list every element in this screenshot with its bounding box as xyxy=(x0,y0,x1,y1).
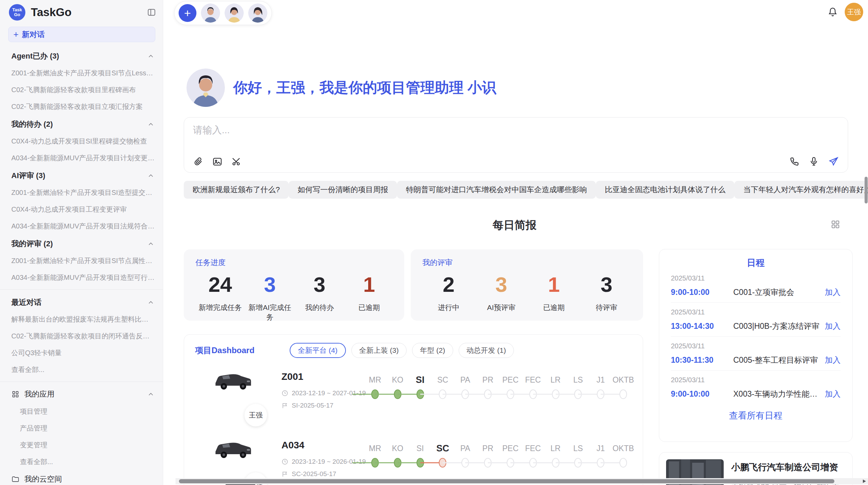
stat-value: 3 xyxy=(580,271,633,298)
user-avatar[interactable]: 王强 xyxy=(845,3,863,21)
milestone: SI xyxy=(409,373,432,400)
milestone-label: LS xyxy=(567,373,589,388)
chevron-up-icon[interactable] xyxy=(147,299,155,306)
sidebar-task-item[interactable]: C0X4-动力总成开发项目工程变更评审 xyxy=(0,201,163,218)
card-title: 任务进度 xyxy=(195,258,394,268)
join-meeting-link[interactable]: 加入 xyxy=(825,287,841,298)
milestone: LS xyxy=(567,442,589,469)
stat: 3 我的待办 xyxy=(295,271,345,322)
sidebar-task-item[interactable]: C02-飞腾新能源轻客改款项目里程碑画布 xyxy=(0,82,163,98)
filter-chip[interactable]: 年型 (2) xyxy=(412,343,453,358)
my-apps[interactable]: 我的应用 xyxy=(0,385,163,403)
insert-image-icon[interactable] xyxy=(212,157,222,167)
recent-chat-item[interactable]: C02-飞腾新能源轻客改款项目的闭环通告反馈情况 xyxy=(0,328,163,345)
section-recent-chats[interactable]: 最近对话 xyxy=(0,293,163,311)
view-all-schedule-link[interactable]: 查看所有日程 xyxy=(671,404,841,427)
milestone-label: PEC xyxy=(499,442,522,457)
sidebar-task-item[interactable]: A034-全新新能源MUV产品开发项目计划变更表编写 xyxy=(0,150,163,166)
project-dates-text: 2023-12-19 ~ 2026-01-19 xyxy=(292,458,366,465)
suggestion-chip[interactable]: 特朗普可能对进口汽车增税会对中国车企造成哪些影响 xyxy=(397,181,596,199)
section-my-todo[interactable]: 我的待办 (2) xyxy=(0,115,163,133)
section-my-todo-list: C0X4-动力总成开发项目SI里程碑提交物检查A034-全新新能源MUV产品开发… xyxy=(0,133,163,166)
briefing-layout-icon[interactable] xyxy=(830,219,841,229)
recent-chat-item[interactable]: 公司Q3轻卡销量 xyxy=(0,345,163,361)
section-my-review[interactable]: 我的评审 (2) xyxy=(0,235,163,252)
apps-view-all[interactable]: 查看全部... xyxy=(0,453,163,470)
task-progress-card: 任务进度 24 新增完成任务 3 新增AI完成任务 3 我的待办 xyxy=(184,249,404,321)
project-milestone-text: SI-2025-05-17 xyxy=(292,402,333,409)
suggestion-chip[interactable]: 当下年轻人对汽车外观有怎样的喜好趋势 xyxy=(734,181,868,199)
filter-chip[interactable]: 动总开发 (1) xyxy=(459,343,514,358)
horizontal-scrollbar[interactable] xyxy=(176,478,868,484)
schedule-entry: 2025/03/11 10:30-11:30 C005-整车工程目标评审 加入 xyxy=(671,337,841,371)
collapse-sidebar-icon[interactable] xyxy=(147,8,156,17)
app-root: Task Go TaskGo + 新对话 Agent已办 (3) Z001-全新… xyxy=(0,0,868,485)
sidebar-task-item[interactable]: C02-飞腾新能源轻客改款项目立项汇报方案 xyxy=(0,98,163,115)
member-avatar[interactable] xyxy=(201,3,220,23)
chevron-up-icon[interactable] xyxy=(147,52,155,60)
send-icon[interactable] xyxy=(828,156,839,167)
notifications-bell-icon[interactable] xyxy=(827,6,839,18)
sidebar-task-item[interactable]: Z001-全新燃油皮卡产品开发项目SI节点Lesson Learn报告 xyxy=(0,65,163,82)
milestone-label: SC xyxy=(431,373,454,388)
sidebar-task-item[interactable]: Z001-全新燃油轻卡产品开发项目SI节点属性5D文件评审 xyxy=(0,252,163,269)
my-review-card: 我的评审 2 进行中 3 AI预评审 1 已逾期 3 xyxy=(411,249,643,321)
stat-value: 24 xyxy=(195,271,245,298)
app-item[interactable]: 变更管理 xyxy=(0,437,163,453)
news-title: 小鹏飞行汽车制造公司增资 xyxy=(731,461,845,473)
section-agent-done[interactable]: Agent已办 (3) xyxy=(0,47,163,65)
project-row[interactable]: 王强 Z001 2023-12-19 ~ 2027-01-19 SI-2025-… xyxy=(184,363,643,422)
vertical-scrollbar-thumb[interactable] xyxy=(865,177,868,203)
member-avatar[interactable] xyxy=(248,3,267,23)
sidebar-task-item[interactable]: A034-全新新能源MUV产品开发项目造型可行性评审 xyxy=(0,269,163,286)
app-item[interactable]: 项目管理 xyxy=(0,403,163,420)
voice-call-icon[interactable] xyxy=(789,156,800,166)
horizontal-scrollbar-thumb[interactable] xyxy=(179,479,834,483)
join-meeting-link[interactable]: 加入 xyxy=(825,389,841,399)
join-meeting-link[interactable]: 加入 xyxy=(825,321,841,332)
chat-input[interactable] xyxy=(193,124,837,148)
milestone: MR xyxy=(364,373,386,400)
milestone: OKTB xyxy=(612,442,635,469)
stat-value: 3 xyxy=(475,271,528,298)
suggestion-chip[interactable]: 比亚迪全固态电池计划具体说了什么 xyxy=(596,181,734,199)
join-meeting-link[interactable]: 加入 xyxy=(825,355,841,365)
app-item[interactable]: 产品管理 xyxy=(0,420,163,437)
add-member-button[interactable]: + xyxy=(179,4,196,22)
project-truck-photo xyxy=(214,436,252,462)
schedule-date: 2025/03/11 xyxy=(671,376,841,384)
chevron-up-icon[interactable] xyxy=(147,121,155,128)
filter-chip[interactable]: 全新平台 (4) xyxy=(290,343,346,358)
attach-file-icon[interactable] xyxy=(193,157,203,167)
chevron-up-icon[interactable] xyxy=(147,240,155,248)
sidebar-task-item[interactable]: Z001-全新燃油轻卡产品开发项目SI造型提交物评审 xyxy=(0,184,163,201)
milestone-label: KO xyxy=(386,373,409,388)
recent-chat-item[interactable]: 解释最新出台的欧盟报废车法规再生塑料比例被调至15%... xyxy=(0,311,163,328)
section-title: Agent已办 (3) xyxy=(11,51,59,61)
milestone: KO xyxy=(386,373,409,400)
suggestion-chip[interactable]: 欧洲新规最近颁布了什么? xyxy=(184,181,289,199)
scroll-right-arrow-icon[interactable] xyxy=(863,480,866,483)
milestone-label: LR xyxy=(544,442,567,457)
section-title: AI评审 (3) xyxy=(11,171,45,181)
recent-view-all[interactable]: 查看全部... xyxy=(0,361,163,378)
new-chat-button[interactable]: + 新对话 xyxy=(8,27,155,42)
scissors-icon[interactable] xyxy=(231,157,242,167)
suggestion-chip[interactable]: 如何写一份清晰的项目周报 xyxy=(289,181,397,199)
stat-label: 已逾期 xyxy=(528,303,580,312)
project-milestone-date: SC-2025-05-17 xyxy=(281,470,336,478)
milestone-dot xyxy=(619,458,627,468)
chevron-up-icon[interactable] xyxy=(147,390,155,398)
schedule-event-name: C003|H0B-方案冻结评审 xyxy=(733,321,820,332)
sidebar-task-item[interactable]: A034-全新新能源MUV产品开发项目法规符合性评审 xyxy=(0,218,163,235)
filter-chip[interactable]: 全新上装 (3) xyxy=(351,343,407,358)
sidebar-task-item[interactable]: C0X4-动力总成开发项目SI里程碑提交物检查 xyxy=(0,133,163,150)
my-cloud-space[interactable]: 我的云空间 xyxy=(0,470,163,485)
milestone: PR xyxy=(477,373,499,400)
section-ai-review[interactable]: AI评审 (3) xyxy=(0,166,163,184)
member-avatar[interactable] xyxy=(225,3,244,23)
microphone-icon[interactable] xyxy=(809,156,819,166)
logo-line2: Go xyxy=(14,12,20,17)
stat-label: 待评审 xyxy=(580,303,633,312)
chevron-up-icon[interactable] xyxy=(147,172,155,179)
